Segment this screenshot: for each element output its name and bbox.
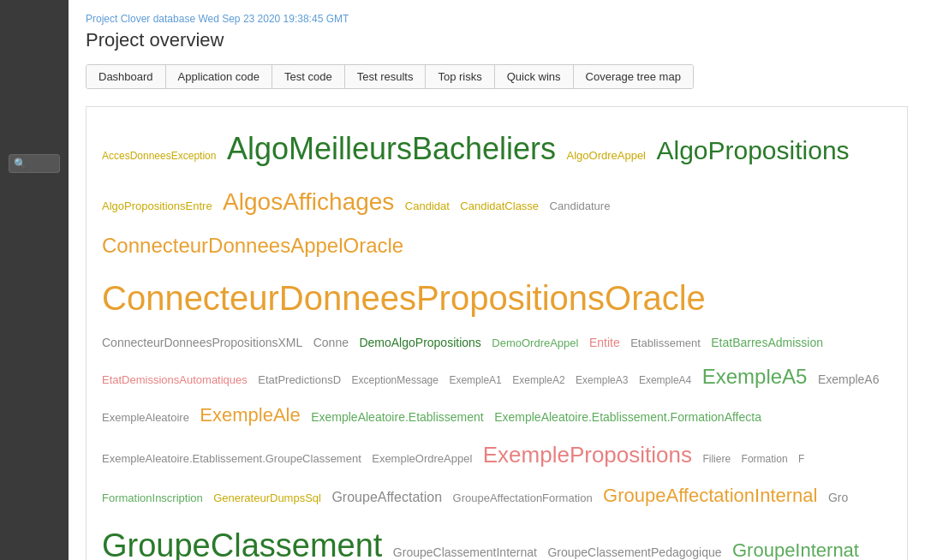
tag[interactable]: GroupeClassementInternat	[393, 542, 537, 560]
tag[interactable]: Candidature	[550, 196, 611, 216]
tag[interactable]: GroupeClassementPedagogique	[547, 542, 721, 560]
tag[interactable]: DemoAlgoPropositions	[359, 332, 480, 354]
tag[interactable]: ExempleAleatoire	[102, 408, 189, 427]
tag[interactable]: AlgoPropositions	[656, 128, 849, 174]
db-info: Project Clover database Wed Sep 23 2020 …	[86, 13, 908, 25]
tag[interactable]: ConnecteurDonneesAppelOracle	[102, 227, 403, 264]
tab-coverage-tree-map[interactable]: Coverage tree map	[574, 65, 693, 88]
tag[interactable]: Entite	[589, 332, 620, 354]
tag[interactable]: EtatDemissionsAutomatiques	[102, 370, 248, 390]
tag[interactable]: ConnecteurDonneesPropositionsOracle	[102, 267, 706, 329]
tag[interactable]: GroupeAffectationInternal	[603, 479, 817, 513]
tag[interactable]: Formation	[742, 450, 788, 469]
tag[interactable]: GroupeClassement	[102, 516, 382, 560]
tag[interactable]: EtatPredictionsD	[258, 370, 341, 390]
tag[interactable]: Candidat	[405, 196, 450, 216]
tag[interactable]: ExceptionMessage	[352, 372, 439, 390]
tag[interactable]: ExempleAleatoire.Etablissement.GroupeCla…	[102, 449, 361, 468]
tag[interactable]: ExempleOrdreAppel	[372, 449, 472, 468]
tag[interactable]: GroupeAffectation	[331, 486, 442, 510]
tag[interactable]: CandidatClasse	[460, 196, 539, 216]
tag[interactable]: Gro	[828, 487, 848, 509]
tag[interactable]: F	[798, 450, 804, 469]
tag[interactable]: Filiere	[702, 450, 731, 469]
tag[interactable]: AlgoOrdreAppel	[567, 146, 647, 165]
tag[interactable]: ExempleAle	[200, 398, 300, 432]
tab-dashboard[interactable]: Dashboard	[87, 65, 166, 88]
tag[interactable]: GroupeAffectationFormation	[453, 488, 593, 508]
tag[interactable]: ExempleA4	[639, 372, 691, 390]
tag[interactable]: AlgoMeilleursBacheliers	[227, 122, 556, 177]
tag[interactable]: ConnecteurDonneesPropositionsXML	[102, 332, 302, 354]
main-content: Project Clover database Wed Sep 23 2020 …	[69, 0, 925, 560]
page-title: Project overview	[86, 29, 908, 51]
tag[interactable]: DemoOrdreAppel	[492, 333, 578, 353]
tag[interactable]: ExempleA3	[576, 372, 628, 390]
tag[interactable]: EtatBarresAdmission	[711, 332, 823, 354]
tag[interactable]: AccesDonneesException	[102, 147, 216, 166]
tab-test-results[interactable]: Test results	[345, 65, 427, 88]
tag[interactable]: ExempleA1	[449, 372, 501, 390]
tag[interactable]: Conne	[313, 332, 349, 354]
tag[interactable]: ExempleAleatoire.Etablissement	[311, 407, 484, 428]
search-icon: 🔍	[14, 158, 27, 170]
search-container[interactable]: 🔍	[9, 154, 60, 173]
tag[interactable]: ExempleA6	[818, 369, 880, 390]
tab-application-code[interactable]: Application code	[166, 65, 272, 88]
tag[interactable]: FormationInscription	[102, 488, 203, 508]
tag[interactable]: GroupeInternat	[732, 533, 859, 560]
tag[interactable]: ExempleA5	[702, 358, 808, 395]
tag-cloud: AccesDonneesException AlgoMeilleursBache…	[86, 106, 908, 560]
tag[interactable]: GenerateurDumpsSql	[213, 488, 321, 508]
tab-test-code[interactable]: Test code	[272, 65, 345, 88]
tag[interactable]: ExempleA2	[512, 372, 564, 390]
tag[interactable]: Etablissement	[630, 333, 701, 353]
tab-quick-wins[interactable]: Quick wins	[495, 65, 574, 88]
tabs-bar: DashboardApplication codeTest codeTest r…	[86, 64, 694, 89]
sidebar: 🔍	[0, 0, 69, 560]
tag[interactable]: ExemplePropositions	[483, 435, 692, 475]
tag[interactable]: AlgosAffichages	[223, 181, 394, 223]
tag[interactable]: AlgoPropositionsEntre	[102, 196, 212, 216]
tag[interactable]: ExempleAleatoire.Etablissement.Formation…	[494, 407, 761, 428]
tab-top-risks[interactable]: Top risks	[426, 65, 494, 88]
